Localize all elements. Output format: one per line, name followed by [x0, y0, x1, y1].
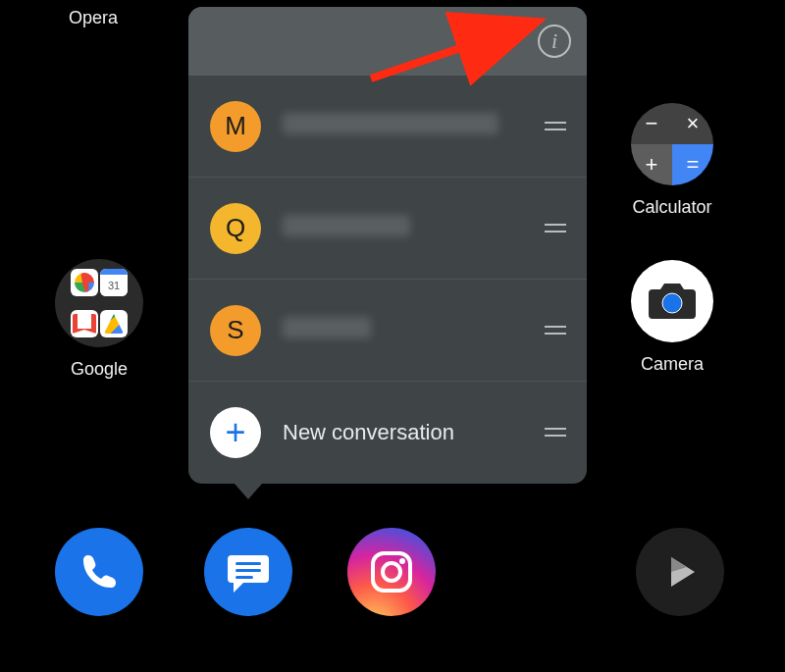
contact-name-redacted	[283, 215, 544, 242]
shortcut-new-conversation[interactable]: + New conversation	[188, 382, 587, 483]
calculator-icon: − × + =	[631, 103, 713, 185]
phone-icon	[77, 549, 122, 594]
svg-point-8	[399, 558, 405, 564]
app-label-opera: Opera	[54, 8, 132, 28]
contact-avatar: Q	[210, 203, 261, 254]
app-instagram[interactable]	[347, 528, 436, 616]
svg-rect-4	[236, 569, 261, 572]
messages-icon	[224, 547, 273, 596]
folder-google-label: Google	[55, 359, 143, 380]
app-calculator[interactable]: − × + = Calculator	[608, 103, 736, 218]
drag-handle-icon[interactable]	[544, 428, 567, 437]
app-play-movies[interactable]	[636, 528, 724, 616]
messages-shortcuts-popup: i M Q S + New conversation	[188, 7, 587, 484]
plus-icon: +	[210, 407, 261, 458]
instagram-icon	[365, 545, 418, 598]
play-movies-icon	[657, 549, 703, 594]
svg-point-7	[383, 563, 400, 581]
svg-rect-3	[236, 562, 261, 565]
gmail-icon	[71, 310, 98, 337]
maps-icon	[71, 269, 98, 296]
drag-handle-icon[interactable]	[544, 122, 567, 130]
app-camera[interactable]: Camera	[608, 260, 736, 375]
new-conversation-label: New conversation	[283, 420, 544, 445]
drag-handle-icon[interactable]	[544, 224, 567, 233]
folder-google-icon	[55, 259, 143, 347]
popup-body: M Q S + New conversation	[188, 76, 587, 483]
contact-avatar: S	[210, 305, 261, 356]
app-calculator-label: Calculator	[608, 197, 736, 218]
folder-google[interactable]: Google	[55, 259, 143, 380]
svg-rect-5	[236, 576, 253, 579]
shortcut-contact-1[interactable]: M	[188, 76, 587, 178]
drive-icon	[100, 310, 128, 337]
camera-icon	[631, 260, 713, 342]
app-messages[interactable]	[204, 528, 292, 616]
contact-name-redacted	[283, 317, 544, 344]
calendar-icon	[100, 269, 128, 296]
popup-header: i	[188, 7, 587, 76]
contact-name-redacted	[283, 113, 544, 140]
contact-avatar: M	[210, 101, 261, 152]
drag-handle-icon[interactable]	[544, 326, 567, 335]
app-camera-label: Camera	[608, 354, 736, 375]
app-phone[interactable]	[55, 528, 143, 616]
app-info-button[interactable]: i	[538, 25, 571, 58]
shortcut-contact-2[interactable]: Q	[188, 178, 587, 280]
svg-rect-6	[373, 553, 410, 591]
shortcut-contact-3[interactable]: S	[188, 280, 587, 382]
